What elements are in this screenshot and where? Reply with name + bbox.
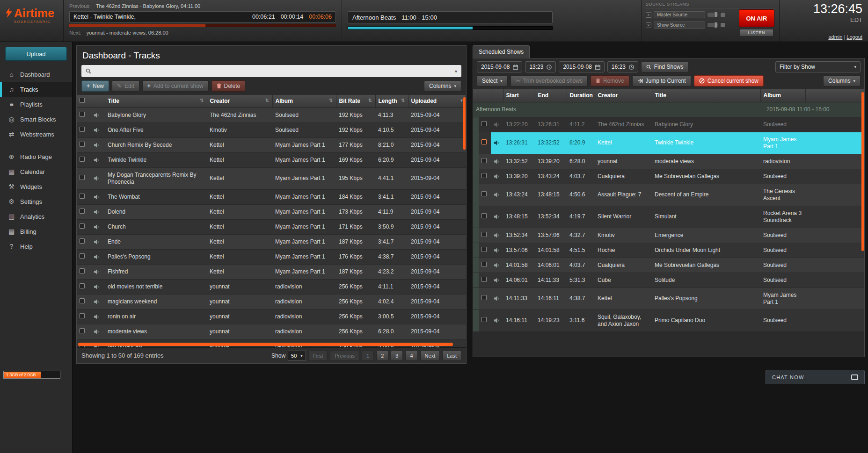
- track-row[interactable]: old movies not terrible younnat radiovis…: [77, 279, 466, 294]
- speaker-icon[interactable]: [94, 223, 100, 230]
- row-checkbox[interactable]: [481, 213, 487, 218]
- sidebar-item-calendar[interactable]: ▦ Calendar: [0, 164, 72, 179]
- row-checkbox[interactable]: [80, 157, 85, 162]
- search-options-caret-icon[interactable]: ▾: [455, 69, 457, 74]
- source-slider[interactable]: [708, 23, 718, 27]
- track-row[interactable]: Church Kettel Myam James Part 1 171 Kbps…: [77, 219, 466, 234]
- column-header-length[interactable]: Length⇅: [375, 95, 408, 108]
- select-all-checkbox[interactable]: [80, 98, 85, 103]
- remove-button[interactable]: Remove: [591, 75, 629, 86]
- sidebar-item-analytics[interactable]: ▥ Analytics: [0, 209, 72, 224]
- column-header-end[interactable]: End: [535, 89, 567, 102]
- row-checkbox[interactable]: [80, 209, 85, 214]
- row-checkbox[interactable]: [80, 112, 85, 117]
- schedule-row[interactable]: 14:11:33 14:16:11 4:38.7 Kettel Palles's…: [473, 288, 864, 309]
- tracks-columns-button[interactable]: Columns▾: [424, 80, 461, 92]
- track-row[interactable]: My Dogan Tranceparents Remix By Phoeneci…: [77, 167, 466, 189]
- listen-button[interactable]: LISTEN: [740, 29, 773, 36]
- jump-to-current-button[interactable]: Jump to Current: [632, 75, 691, 86]
- speaker-icon[interactable]: [494, 158, 500, 165]
- sidebar-item-billing[interactable]: ▤ Billing: [0, 224, 72, 239]
- sidebar-item-radio-page[interactable]: ⊕ Radio Page: [0, 149, 72, 164]
- column-header-creator[interactable]: Creator⇅: [207, 95, 272, 108]
- source-disconnect-icon[interactable]: ×: [646, 22, 651, 28]
- column-header-bitrate[interactable]: Bit Rate⇅: [336, 95, 375, 108]
- pagination-button[interactable]: 1: [362, 351, 374, 361]
- pagination-button[interactable]: Next: [420, 351, 440, 361]
- schedule-row[interactable]: 13:43:24 13:48:15 4:50.6 Assault Plague:…: [473, 184, 864, 206]
- speaker-icon[interactable]: [494, 213, 500, 220]
- source-switch-button[interactable]: [720, 22, 725, 28]
- speaker-icon[interactable]: [94, 253, 100, 260]
- row-checkbox[interactable]: [80, 298, 85, 303]
- speaker-icon[interactable]: [494, 247, 500, 253]
- schedule-vertical-scrollbar[interactable]: [861, 92, 864, 251]
- airtime-logo[interactable]: Airtime SOURCEFABRIC: [0, 0, 64, 42]
- column-header-creator[interactable]: Creator: [595, 89, 652, 102]
- sidebar-item-help[interactable]: ? Help: [0, 239, 72, 254]
- sidebar-item-playlists[interactable]: ≡ Playlists: [0, 97, 72, 112]
- speaker-icon[interactable]: [94, 328, 100, 335]
- source-disconnect-icon[interactable]: ×: [646, 12, 651, 18]
- select-menu-button[interactable]: Select▾: [477, 75, 508, 86]
- chat-now-bar[interactable]: CHAT NOW: [766, 370, 865, 384]
- track-row[interactable]: One After Five Kmotiv Soulseed 192 Kbps …: [77, 122, 466, 137]
- pagination-button[interactable]: Last: [442, 351, 461, 361]
- row-checkbox[interactable]: [80, 175, 85, 180]
- row-checkbox[interactable]: [481, 139, 487, 144]
- speaker-icon[interactable]: [94, 238, 100, 245]
- row-checkbox[interactable]: [80, 127, 85, 132]
- row-checkbox[interactable]: [80, 223, 85, 229]
- source-slider-knob[interactable]: [714, 12, 717, 18]
- track-row[interactable]: Palles's Popsong Kettel Myam James Part …: [77, 249, 466, 264]
- track-row[interactable]: Fishfred Kettel Myam James Part 1 187 Kb…: [77, 264, 466, 279]
- source-slider-knob[interactable]: [714, 22, 717, 28]
- row-checkbox[interactable]: [481, 232, 487, 237]
- pagination-button[interactable]: 4: [405, 351, 417, 361]
- logout-link[interactable]: Logout: [846, 34, 862, 40]
- tab-scheduled-shows[interactable]: Scheduled Shows: [473, 45, 530, 58]
- sidebar-item-dashboard[interactable]: ⌂ Dashboard: [0, 67, 72, 82]
- track-row[interactable]: The Wombat Kettel Myam James Part 1 184 …: [77, 189, 466, 204]
- add-to-current-show-button[interactable]: +Add to current show: [142, 80, 209, 92]
- tracks-vertical-scrollbar[interactable]: [463, 97, 466, 150]
- schedule-row[interactable]: 13:32:52 13:39:20 6:28.0 younnat moderat…: [473, 154, 864, 169]
- speaker-icon[interactable]: [494, 262, 500, 268]
- row-checkbox[interactable]: [80, 283, 85, 288]
- row-checkbox[interactable]: [80, 328, 85, 333]
- schedule-row[interactable]: 13:22:20 13:26:31 4:11.2 The 462nd Zinni…: [473, 117, 864, 132]
- time-to-input[interactable]: 16:23: [607, 61, 638, 72]
- track-row[interactable]: Church Remix By Secede Kettel Myam James…: [77, 137, 466, 152]
- speaker-icon[interactable]: [494, 121, 500, 128]
- column-header-album[interactable]: Album: [760, 89, 805, 102]
- row-checkbox[interactable]: [481, 191, 487, 196]
- column-header-album[interactable]: Album⇅: [272, 95, 336, 108]
- filter-by-show-select[interactable]: Filter by Show▾: [775, 61, 861, 72]
- row-checkbox[interactable]: [80, 268, 85, 273]
- speaker-icon[interactable]: [494, 277, 500, 283]
- sidebar-item-settings[interactable]: ⚙ Settings: [0, 194, 72, 209]
- row-checkbox[interactable]: [80, 253, 85, 259]
- speaker-icon[interactable]: [494, 139, 500, 146]
- row-checkbox[interactable]: [481, 277, 487, 282]
- time-from-input[interactable]: 13:23: [525, 61, 556, 72]
- sidebar-item-tracks[interactable]: ♫ Tracks: [0, 82, 72, 97]
- speaker-icon[interactable]: [94, 194, 100, 200]
- track-row[interactable]: Twinkle Twinkle Kettel Myam James Part 1…: [77, 152, 466, 167]
- on-air-indicator[interactable]: ON AIR: [739, 9, 774, 27]
- edit-track-button[interactable]: ✎Edit: [112, 80, 139, 92]
- schedule-columns-button[interactable]: Columns▾: [823, 75, 861, 86]
- pagination-button[interactable]: First: [308, 351, 328, 361]
- pagination-button[interactable]: 2: [376, 351, 388, 361]
- schedule-row[interactable]: 13:26:31 13:32:52 6:20.9 Kettel Twinkle …: [473, 132, 864, 154]
- speaker-icon[interactable]: [494, 173, 500, 180]
- speaker-icon[interactable]: [94, 313, 100, 320]
- speaker-icon[interactable]: [94, 283, 100, 290]
- schedule-row[interactable]: 13:39:20 13:43:24 4:03.7 Cualquiera Me S…: [473, 169, 864, 184]
- schedule-row[interactable]: 13:52:34 13:57:06 4:32.7 Kmotiv Emergenc…: [473, 228, 864, 243]
- speaker-icon[interactable]: [494, 295, 500, 302]
- schedule-row[interactable]: 14:06:01 14:11:33 5:31.3 Cube Solitude S…: [473, 273, 864, 288]
- track-row[interactable]: Dolend Kettel Myam James Part 1 173 Kbps…: [77, 204, 466, 219]
- row-checkbox[interactable]: [80, 238, 85, 244]
- source-switch-button[interactable]: [720, 12, 725, 17]
